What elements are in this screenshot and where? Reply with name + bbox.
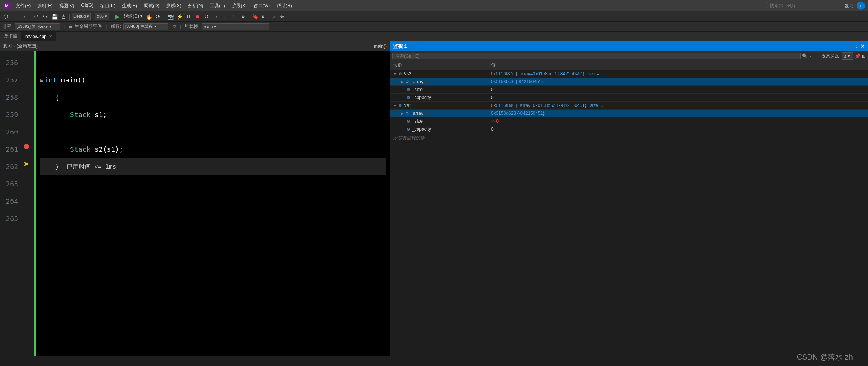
process-dropdown[interactable]: [33692] 复习.exe ▾ xyxy=(15,23,60,30)
watch-table[interactable]: 名称 值 ▼ ⚙ &s2 0x0116f87c {_array=0x0158bc… xyxy=(390,61,868,356)
gutter: ➤ xyxy=(23,51,34,356)
menu-view[interactable]: 视图(V) xyxy=(56,2,77,10)
step-into-button[interactable]: ↓ xyxy=(220,12,229,21)
toolbar-sep-2 xyxy=(69,14,70,20)
menu-file[interactable]: 文件(F) xyxy=(13,2,34,10)
undo-button[interactable]: ↩ xyxy=(32,12,40,21)
watch-row-s2-size[interactable]: ⚙ _size 0 xyxy=(390,86,868,94)
breadcrumb-file: 复习 xyxy=(3,43,12,49)
code-line-260 xyxy=(40,124,386,141)
menu-project[interactable]: 项目(P) xyxy=(97,2,118,10)
forward-button[interactable]: → xyxy=(20,12,28,21)
line-num-262: 262 xyxy=(0,158,18,175)
code-area[interactable]: ⊟ int main() { Stack s1; Stack s2(s1); xyxy=(36,51,390,356)
breakpoint-261[interactable] xyxy=(24,144,29,149)
menu-edit[interactable]: 编辑(E) xyxy=(34,2,55,10)
code-line-265 xyxy=(40,210,386,227)
watch-header-controls: ↕ ✕ xyxy=(856,43,865,49)
code-content[interactable]: 256 257 258 259 260 261 262 263 264 265 … xyxy=(0,51,390,356)
nav-back-icon[interactable]: ← xyxy=(809,53,814,59)
s2-icon: ⚙ xyxy=(398,72,402,76)
config-dropdown[interactable]: Debug ▾ xyxy=(72,13,91,20)
line-num-261: 261 xyxy=(0,141,18,158)
watch-expand-icon[interactable]: ⊞ xyxy=(862,53,866,59)
collapse-icon-257[interactable]: ⊟ xyxy=(40,72,43,89)
menu-build[interactable]: 生成(B) xyxy=(119,2,140,10)
code-main: main() xyxy=(57,72,86,89)
watch-pin-icon[interactable]: 📌 xyxy=(855,53,860,59)
stack-label: 堆栈帧: xyxy=(185,23,199,30)
new-file-button[interactable]: ⬡ xyxy=(2,12,10,21)
menu-window[interactable]: 窗口(W) xyxy=(251,2,273,10)
menu-extensions[interactable]: 扩展(X) xyxy=(229,2,250,10)
menu-help[interactable]: 帮助(H) xyxy=(274,2,295,10)
step-over-arrow[interactable]: → xyxy=(211,12,220,21)
screenshot-button[interactable]: 📷 xyxy=(166,12,175,21)
close-watch-icon[interactable]: ✕ xyxy=(860,43,865,49)
menu-tools[interactable]: 工具(T) xyxy=(207,2,228,10)
toolbar-sep-1 xyxy=(30,14,30,20)
watch-row-s2-cap[interactable]: ⚙ _capacity 0 xyxy=(390,94,868,102)
profile-avatar[interactable]: + xyxy=(857,2,865,10)
watch-row-s2-array[interactable]: ▶ ⚙ _array 0x0158bcf0 {-842150451} xyxy=(390,78,868,86)
watch-search-input[interactable] xyxy=(392,53,801,59)
watch-row-s1-size[interactable]: ⚙ _size ⇒ 0 xyxy=(390,117,868,125)
code-line-262: } 已用时间 <= 1ms xyxy=(40,158,386,175)
watch-cell-s2-array-name: ▶ ⚙ _array xyxy=(390,78,488,85)
menu-git[interactable]: Git(G) xyxy=(78,2,96,10)
line-num-265: 265 xyxy=(0,210,18,227)
watch-row-s1-cap[interactable]: ⚙ _capacity 0 xyxy=(390,125,868,133)
watch-row-s1-array[interactable]: ▶ ⚙ _array 0x0158d628 {-842150451} xyxy=(390,110,868,117)
redo-button[interactable]: ↪ xyxy=(41,12,49,21)
continue-label[interactable]: 继续(C) ▾ xyxy=(122,12,144,21)
platform-dropdown[interactable]: x86 ▾ xyxy=(95,13,109,20)
title-search-input[interactable] xyxy=(767,2,842,9)
back-button[interactable]: ← xyxy=(11,12,19,21)
step-out-button[interactable]: ↑ xyxy=(230,12,238,21)
continue-button[interactable]: ▶ xyxy=(113,12,121,21)
add-watch-row[interactable]: 添加要监视的项 xyxy=(390,133,868,143)
s2-array-expand[interactable]: ▶ xyxy=(401,80,404,84)
depth-dropdown[interactable]: 3 ▾ xyxy=(842,52,853,60)
thread-dropdown[interactable]: [38488] 主线程 ▾ xyxy=(123,23,168,30)
collapse-watch-icon[interactable]: ↕ xyxy=(856,43,858,49)
tab-close-icon[interactable]: ✕ xyxy=(49,34,52,38)
s1-expand-arrow[interactable]: ▼ xyxy=(393,104,397,108)
nav-2[interactable]: ⇥ xyxy=(269,12,277,21)
watch-toolbar: 🔍 ← → 搜索深度: 3 ▾ 📌 ⊞ xyxy=(390,51,868,61)
toolbar-sep-5 xyxy=(164,14,164,20)
process-label: 进程: xyxy=(2,23,12,30)
menu-analyze[interactable]: 分析(N) xyxy=(185,2,207,10)
pause-button[interactable]: ⏸ xyxy=(184,12,193,21)
s2-name: &s2 xyxy=(404,71,412,76)
restart-debug-button[interactable]: ↺ xyxy=(202,12,211,21)
s1-array-expand[interactable]: ▶ xyxy=(401,111,404,116)
code-line-256 xyxy=(40,54,386,72)
nav-forward-icon[interactable]: → xyxy=(815,53,820,59)
watch-row-s1[interactable]: ▼ ⚙ &s1 0x0116f890 {_array=0x0158d628 {-… xyxy=(390,102,868,110)
save-button[interactable]: 💾 xyxy=(50,12,58,21)
code-line-261: Stack s2(s1); xyxy=(40,141,386,158)
restart-button[interactable]: ⟳ xyxy=(154,12,162,21)
tab-review-cpp[interactable]: review.cpp ✕ xyxy=(21,32,56,41)
hot-reload-button[interactable]: 🔥 xyxy=(145,12,153,21)
tab-disassembly[interactable]: 反汇编 xyxy=(0,32,21,41)
line-num-257: 257 xyxy=(0,72,18,89)
stack-dropdown[interactable]: main ▾ xyxy=(202,23,269,30)
s2-expand-arrow[interactable]: ▼ xyxy=(393,72,397,76)
window-title: 复习 xyxy=(845,3,854,9)
bookmark-button[interactable]: 🔖 xyxy=(251,12,259,21)
nav-1[interactable]: ⇤ xyxy=(260,12,268,21)
process-value: [33692] 复习.exe xyxy=(17,24,48,29)
watch-row-s2[interactable]: ▼ ⚙ &s2 0x0116f87c {_array=0x0158bcf0 {-… xyxy=(390,70,868,78)
stop-button[interactable]: ■ xyxy=(193,12,202,21)
watch-header: 监视 1 ↕ ✕ xyxy=(390,41,868,51)
run-to-click[interactable]: ↠ xyxy=(239,12,247,21)
nav-3[interactable]: ⇦ xyxy=(278,12,286,21)
title-right: 复习 + xyxy=(845,2,865,10)
perf-button[interactable]: ⚡ xyxy=(175,12,184,21)
save-all-button[interactable]: 🗄 xyxy=(59,12,67,21)
menu-debug[interactable]: 调试(D) xyxy=(141,2,162,10)
col-name: 名称 xyxy=(390,61,488,70)
menu-test[interactable]: 测试(S) xyxy=(163,2,184,10)
